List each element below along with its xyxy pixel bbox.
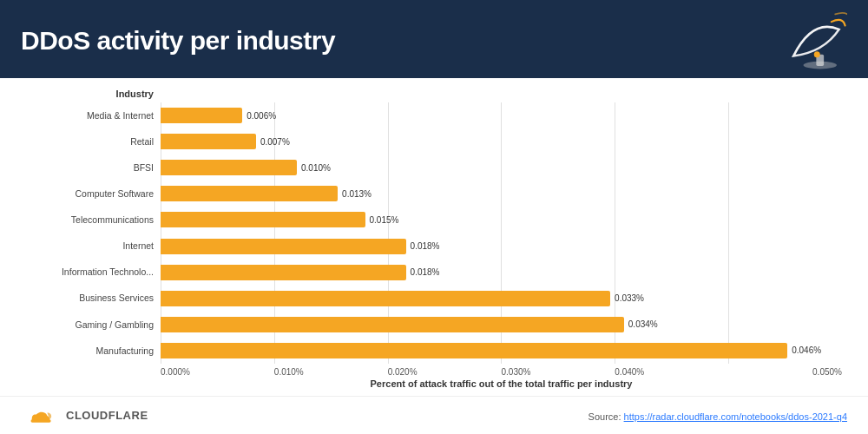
bars-container: 0.006%0.007%0.010%0.013%0.015%0.018%0.01… (161, 102, 842, 364)
y-axis-label: Computer Software (76, 188, 154, 200)
page-title: DDoS activity per industry (21, 26, 335, 56)
bar-value-label: 0.006% (247, 111, 276, 121)
bar (161, 265, 406, 280)
bar (161, 239, 406, 254)
x-tick-label: 0.050% (728, 367, 842, 377)
y-axis-label: Gaming / Gambling (76, 319, 154, 331)
bar-row: 0.013% (161, 184, 842, 203)
svg-rect-3 (31, 419, 51, 423)
y-axis-labels: Media & InternetRetailBFSIComputer Softw… (26, 102, 161, 364)
y-axis-label: Internet (122, 240, 154, 252)
source-citation: Source: https://radar.cloudflare.com/not… (589, 408, 847, 424)
bar (161, 343, 787, 358)
x-tick-label: 0.030% (501, 367, 615, 377)
industry-column-header: Industry (26, 89, 161, 99)
bar-value-label: 0.013% (342, 189, 372, 199)
bar (161, 317, 624, 332)
bar (161, 134, 256, 149)
bar-row: 0.018% (161, 237, 842, 256)
cloudflare-logo: CLOUDFLARE (21, 404, 148, 428)
cloudflare-cloud-icon (21, 404, 59, 428)
bar-value-label: 0.018% (411, 267, 440, 277)
x-tick-label: 0.020% (388, 367, 502, 377)
bar-row: 0.046% (161, 341, 842, 360)
bar-value-label: 0.010% (301, 163, 331, 173)
source-link[interactable]: https://radar.cloudflare.com/notebooks/d… (624, 411, 847, 422)
bars-and-grid: 0.006%0.007%0.010%0.013%0.015%0.018%0.01… (161, 102, 842, 364)
x-tick-label: 0.000% (161, 367, 274, 377)
bar-row: 0.018% (161, 263, 842, 282)
bar (161, 212, 365, 227)
x-axis-title: Percent of attack traffic out of the tot… (161, 378, 842, 389)
bar-row: 0.007% (161, 132, 842, 151)
cloudflare-label: CLOUDFLARE (66, 409, 148, 422)
y-axis-label: Media & Internet (87, 110, 154, 122)
bar-value-label: 0.034% (628, 319, 658, 329)
radar-icon (778, 10, 847, 71)
bar-value-label: 0.033% (615, 293, 644, 303)
bar-row: 0.033% (161, 289, 842, 308)
bar-value-label: 0.018% (411, 241, 440, 251)
y-axis-label: Information Technolo... (62, 266, 154, 278)
bar-row: 0.015% (161, 210, 842, 229)
chart-section: Industry Media & InternetRetailBFSICompu… (0, 78, 868, 396)
bar-row: 0.034% (161, 315, 842, 334)
bar (161, 291, 610, 306)
x-tick-label: 0.010% (274, 367, 388, 377)
bar-value-label: 0.046% (792, 345, 821, 355)
y-axis-label: Retail (130, 136, 154, 148)
y-axis-label: Business Services (79, 293, 154, 304)
bar-row: 0.010% (161, 158, 842, 177)
y-axis-label: Telecommunications (71, 214, 154, 226)
page-footer: CLOUDFLARE Source: https://radar.cloudfl… (0, 396, 868, 434)
y-axis-label: BFSI (134, 162, 154, 174)
x-axis-area: 0.000%0.010%0.020%0.030%0.040%0.050% Per… (26, 367, 842, 389)
svg-point-2 (814, 51, 820, 57)
bar-value-label: 0.015% (370, 215, 399, 225)
bar (161, 160, 297, 175)
bar (161, 108, 242, 123)
bar-value-label: 0.007% (260, 137, 290, 147)
bar-row: 0.006% (161, 106, 842, 125)
y-axis-label: Manufacturing (95, 345, 154, 357)
source-prefix: Source: (589, 411, 624, 422)
bar (161, 186, 338, 201)
x-tick-label: 0.040% (615, 367, 728, 377)
page-header: DDoS activity per industry (0, 0, 868, 78)
